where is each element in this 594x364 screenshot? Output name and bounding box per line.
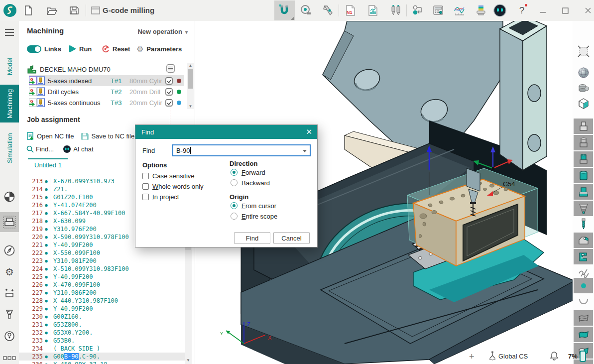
gcode-line[interactable]: 224●X-510.099Y310.983F100 — [19, 265, 186, 273]
operation-row[interactable]: G 5-axes indexed T#1 80mm Cylir — [29, 75, 184, 86]
from-cursor-radio[interactable] — [231, 202, 238, 209]
in-project-checkbox[interactable] — [142, 194, 149, 200]
tab-model[interactable]: Model — [0, 54, 19, 79]
open-document-button[interactable] — [46, 4, 58, 16]
scroll-down-icon[interactable]: ▼ — [185, 358, 192, 363]
gcode-line[interactable]: 235●G00B-90.C-90. — [19, 353, 186, 361]
machine-setup-icon[interactable] — [0, 212, 19, 232]
graphs-icon[interactable] — [453, 4, 465, 16]
measure-tape-icon[interactable] — [300, 4, 312, 16]
backward-label[interactable]: Backward — [241, 179, 270, 187]
holder-icon[interactable] — [574, 201, 593, 216]
more-icon[interactable] — [0, 351, 19, 364]
report-icon[interactable] — [367, 4, 379, 16]
operation-checkbox[interactable] — [165, 99, 173, 107]
tools-icon[interactable] — [389, 4, 401, 16]
magnet-snap-button[interactable] — [274, 0, 295, 20]
entire-scope-radio[interactable] — [231, 213, 238, 220]
nc-program-icon[interactable]: N1 — [345, 4, 356, 16]
scroll-up-icon[interactable]: ▲ — [187, 63, 194, 68]
in-project-label[interactable]: In project — [152, 193, 179, 201]
maximize-button[interactable] — [559, 4, 572, 16]
gcode-line[interactable]: 236●X-450.99Y-37.18 — [19, 361, 186, 364]
shaded-view-icon[interactable] — [574, 65, 593, 80]
gcode-line[interactable]: 225●Y-40.99F200 — [19, 273, 186, 281]
gcode-line[interactable]: 233●G53B0. — [19, 337, 186, 345]
fixture-icon[interactable] — [574, 233, 593, 248]
operation-checkbox[interactable] — [165, 88, 173, 96]
gcode-line[interactable]: 230●G00Z160. — [19, 313, 186, 321]
battery-indicator-icon[interactable] — [580, 351, 586, 362]
close-icon[interactable]: ✕ — [306, 127, 312, 136]
stock-icon[interactable] — [0, 189, 19, 204]
gcode-line[interactable]: 227●Y310.986F200 — [19, 289, 186, 297]
fit-view-icon[interactable] — [574, 43, 593, 59]
find-button-panel[interactable]: Find... — [26, 145, 54, 153]
operation-row[interactable]: G 5-axes continuous T#3 20mm Cylir — [29, 97, 184, 108]
tool-drill-icon[interactable] — [574, 216, 593, 232]
toggle-switch[interactable] — [27, 45, 41, 53]
chevron-down-icon[interactable] — [303, 150, 307, 152]
tab-simulation[interactable]: Simulation — [0, 129, 19, 167]
links-toggle[interactable]: Links — [27, 44, 61, 54]
new-document-button[interactable] — [22, 4, 34, 16]
gcode-line[interactable]: 234( BACK SIDE ) — [19, 345, 186, 353]
stock-solid-icon[interactable] — [574, 168, 593, 183]
help-icon[interactable]: ? — [516, 4, 528, 16]
minimize-button[interactable] — [536, 4, 549, 16]
gcode-line[interactable]: 223●Y310.981F200 — [19, 257, 186, 265]
machine-node[interactable]: DECKEL MAHO DMU70 — [27, 64, 111, 75]
notifications-bell-icon[interactable] — [550, 351, 559, 362]
operations-scrollbar[interactable]: ▲ ▼ — [187, 63, 194, 109]
case-sens-checkbox[interactable] — [142, 173, 149, 179]
from-cursor-label[interactable]: From cursor — [241, 202, 276, 210]
iso-view-icon[interactable] — [574, 96, 593, 111]
save-nc-file-button[interactable]: Save to NC file — [81, 132, 134, 140]
find-input[interactable]: B-90 — [172, 144, 311, 156]
nc-tab-untitled[interactable]: Untitled 1 — [34, 161, 62, 169]
stock-shaded-icon[interactable] — [574, 135, 593, 150]
parameters-button[interactable]: ⚙ Parameters — [136, 44, 182, 54]
gcode-line[interactable]: 228●X-440.Y310.987F100 — [19, 297, 186, 305]
gcode-line[interactable]: 231●G53Z800. — [19, 321, 186, 329]
calculator-icon[interactable] — [432, 4, 444, 16]
stock-result-icon[interactable] — [574, 184, 593, 200]
operation-checkbox[interactable] — [165, 77, 173, 85]
backward-radio[interactable] — [231, 179, 238, 186]
ai-chat-button[interactable]: AI chat — [63, 145, 93, 153]
run-button[interactable]: Run — [68, 44, 92, 54]
points-icon[interactable] — [574, 278, 593, 293]
global-cs-selector[interactable]: Global CS — [498, 353, 528, 360]
gcode-line[interactable]: 226●X-470.099F100 — [19, 281, 186, 289]
surface-wireframe-icon[interactable] — [574, 310, 593, 326]
tool-icon[interactable] — [0, 307, 19, 322]
workpiece-setup-icon[interactable] — [0, 286, 19, 301]
save-document-button[interactable] — [68, 4, 80, 16]
ai-assistant-icon[interactable] — [493, 3, 507, 17]
probe-icon[interactable] — [0, 329, 19, 344]
stock-wireframe-icon[interactable] — [574, 119, 593, 134]
forward-label[interactable]: Forward — [241, 169, 265, 176]
menu-icon[interactable] — [0, 25, 19, 40]
gcode-line[interactable]: 229●Y-40.99F200 — [19, 305, 186, 313]
close-button[interactable] — [582, 4, 594, 16]
find-button[interactable]: Find — [234, 232, 270, 244]
case-sens-label[interactable]: Case sensitive — [152, 172, 195, 180]
tab-machining[interactable]: Machining — [0, 85, 19, 122]
open-nc-file-button[interactable]: Open NC file — [26, 131, 74, 140]
gcode-line[interactable]: 232●G53X0.Y200. — [19, 329, 186, 337]
surface-shaded-icon[interactable] — [574, 327, 593, 342]
stock-part-icon[interactable] — [574, 151, 593, 167]
operation-link-icon[interactable] — [412, 4, 424, 16]
part-view-icon[interactable] — [574, 80, 593, 96]
whole-words-checkbox[interactable] — [142, 183, 149, 190]
cancel-button[interactable]: Cancel — [273, 232, 310, 244]
new-operation-button[interactable]: New operation▾ — [137, 28, 188, 35]
find-dialog-titlebar[interactable]: Find ✕ — [135, 125, 317, 139]
curves-icon[interactable] — [574, 294, 593, 309]
additive-layers-icon[interactable] — [475, 4, 486, 16]
reset-button[interactable]: Reset — [101, 44, 130, 54]
navigate-icon[interactable] — [0, 243, 19, 258]
list-icon[interactable] — [166, 64, 175, 75]
operation-row[interactable]: G Drill cycles T#2 20mm Drill — [29, 86, 184, 97]
